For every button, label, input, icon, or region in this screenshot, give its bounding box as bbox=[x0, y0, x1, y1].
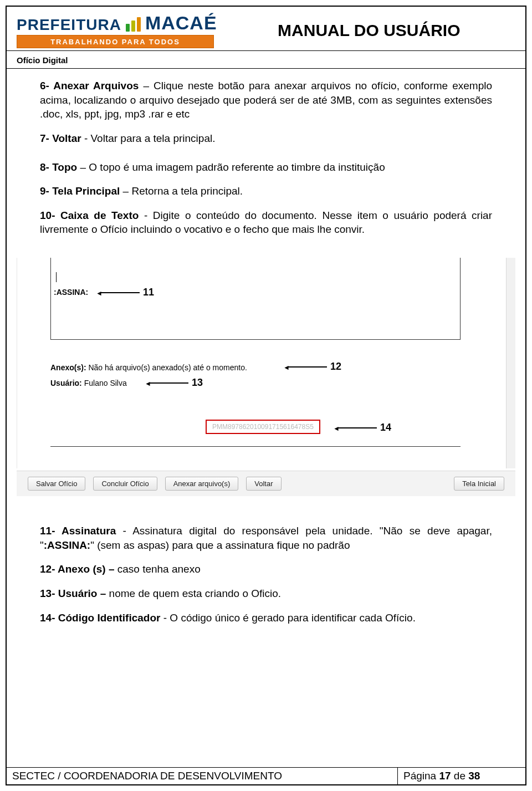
item-12-title: 12- Anexo (s) – bbox=[40, 563, 114, 575]
anexo-line: Anexo(s): Não há arquivo(s) anexado(s) a… bbox=[50, 363, 247, 372]
logo-macae-text: MACAÉ bbox=[145, 12, 217, 34]
page-header: PREFEITURA MACAÉ TRABALHANDO PARA TODOS … bbox=[7, 7, 525, 50]
usuario-text: Fulano Silva bbox=[82, 379, 127, 387]
item-7-text: - Voltar para a tela principal. bbox=[81, 132, 216, 144]
callout-number-12: 12 bbox=[330, 361, 341, 372]
item-14-title: 14- Código Identificador bbox=[40, 612, 160, 624]
content-block-bottom: 11- Assinatura - Assinatura digital do r… bbox=[7, 507, 525, 632]
document-page: PREFEITURA MACAÉ TRABALHANDO PARA TODOS … bbox=[6, 6, 526, 785]
callout-arrow-12: 12 bbox=[283, 361, 341, 372]
item-8-title: 8- Topo bbox=[40, 161, 77, 173]
concluir-oficio-button[interactable]: Concluir Ofício bbox=[93, 477, 157, 491]
footer-total-pages: 38 bbox=[468, 770, 480, 782]
embedded-screenshot: :ASSINA: 11 Anexo(s): Não há arquivo(s) … bbox=[17, 258, 515, 496]
callout-arrow-11: 11 bbox=[96, 287, 154, 298]
item-9-text: – Retorna a tela principal. bbox=[120, 185, 243, 197]
footer-prefix: Página bbox=[403, 770, 439, 782]
logo-slogan-text: TRABALHANDO PARA TODOS bbox=[50, 38, 180, 46]
callout-number-11: 11 bbox=[143, 287, 154, 298]
item-12-text: caso tenha anexo bbox=[114, 563, 200, 575]
item-13-title: 13- Usuário – bbox=[40, 588, 106, 599]
item-6-title: 6- Anexar Arquivos bbox=[40, 80, 139, 91]
voltar-button[interactable]: Voltar bbox=[246, 477, 281, 491]
item-7: 7- Voltar - Voltar para a tela principal… bbox=[40, 131, 492, 146]
callout-number-14: 14 bbox=[380, 422, 391, 433]
item-6: 6- Anexar Arquivos – Clique neste botão … bbox=[40, 79, 492, 121]
editor-textarea[interactable] bbox=[50, 258, 461, 340]
page-footer: SECTEC / COORDENADORIA DE DESENVOLVIMENT… bbox=[7, 767, 525, 784]
item-11-title: 11- Assinatura bbox=[40, 525, 116, 537]
button-bar: Salvar Ofício Concluir Ofício Anexar arq… bbox=[17, 471, 515, 496]
item-8-text: – O topo é uma imagem padrão referente a… bbox=[77, 161, 385, 173]
content-block-top: 6- Anexar Arquivos – Clique neste botão … bbox=[7, 69, 525, 252]
codigo-identificador-box: PMM897862010091715616478S5 bbox=[206, 420, 320, 434]
document-bottom-border bbox=[50, 446, 461, 447]
item-11: 11- Assinatura - Assinatura digital do r… bbox=[40, 524, 492, 552]
logo-slogan-bar: TRABALHANDO PARA TODOS bbox=[17, 35, 214, 48]
text-cursor-icon bbox=[56, 272, 57, 282]
salvar-oficio-button[interactable]: Salvar Ofício bbox=[28, 477, 85, 491]
usuario-line: Usuário: Fulano Silva bbox=[50, 379, 127, 387]
tela-inicial-button[interactable]: Tela Inicial bbox=[454, 477, 504, 491]
item-10-title: 10- Caixa de Texto bbox=[40, 210, 139, 221]
footer-left: SECTEC / COORDENADORIA DE DESENVOLVIMENT… bbox=[7, 768, 398, 784]
anexo-label: Anexo(s): bbox=[50, 363, 86, 372]
footer-current-page: 17 bbox=[439, 770, 451, 782]
footer-page-number: Página 17 de 38 bbox=[398, 768, 525, 784]
item-10: 10- Caixa de Texto - Digite o conteúdo d… bbox=[40, 208, 492, 237]
logo-prefeitura-text: PREFEITURA bbox=[17, 16, 121, 34]
item-11-text-b: " (sem as aspas) para que a assinatura f… bbox=[90, 539, 350, 551]
item-9: 9- Tela Principal – Retorna a tela princ… bbox=[40, 184, 492, 198]
manual-title: MANUAL DO USUÁRIO bbox=[217, 21, 515, 40]
item-8: 8- Topo – O topo é uma imagem padrão ref… bbox=[40, 160, 492, 175]
item-13-text: nome de quem esta criando o Oficio. bbox=[106, 588, 281, 599]
item-14-text: - O código único é gerado para identific… bbox=[160, 612, 415, 624]
item-14: 14- Código Identificador - O código únic… bbox=[40, 611, 492, 625]
item-9-title: 9- Tela Principal bbox=[40, 185, 120, 197]
screenshot-body: :ASSINA: 11 Anexo(s): Não há arquivo(s) … bbox=[17, 258, 515, 468]
callout-arrow-13: 13 bbox=[145, 377, 203, 389]
anexo-text: Não há arquivo(s) anexado(s) até o momen… bbox=[86, 363, 247, 372]
item-7-title: 7- Voltar bbox=[40, 132, 81, 144]
subheader: Ofício Digital bbox=[7, 51, 525, 68]
callout-number-13: 13 bbox=[192, 377, 203, 389]
logo-block: PREFEITURA MACAÉ TRABALHANDO PARA TODOS bbox=[17, 12, 217, 48]
item-12: 12- Anexo (s) – caso tenha anexo bbox=[40, 562, 492, 576]
usuario-label: Usuário: bbox=[50, 379, 82, 387]
callout-arrow-14: 14 bbox=[333, 422, 391, 433]
footer-mid: de bbox=[451, 770, 469, 782]
bars-icon bbox=[126, 17, 141, 32]
item-11-assina: :ASSINA: bbox=[44, 539, 90, 551]
assina-placeholder: :ASSINA: bbox=[54, 288, 88, 297]
item-13: 13- Usuário – nome de quem esta criando … bbox=[40, 586, 492, 601]
anexar-arquivos-button[interactable]: Anexar arquivo(s) bbox=[165, 477, 239, 491]
